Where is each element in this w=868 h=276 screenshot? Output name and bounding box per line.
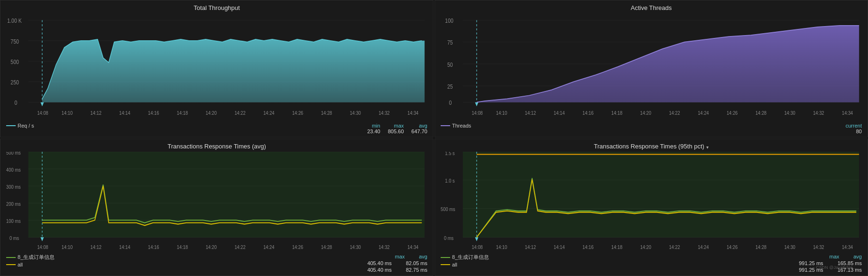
panel-title-active-threads: Active Threads — [441, 4, 862, 11]
svg-text:14:24: 14:24 — [698, 110, 709, 116]
svg-text:250: 250 — [10, 79, 19, 86]
svg-text:14:22: 14:22 — [669, 110, 680, 116]
svg-marker-92 — [475, 237, 478, 241]
stat-current-val: 80 — [856, 129, 862, 134]
svg-text:14:08: 14:08 — [471, 245, 483, 250]
svg-text:14:14: 14:14 — [119, 110, 130, 116]
svg-text:400 ms: 400 ms — [6, 167, 21, 173]
svg-text:14:08: 14:08 — [37, 245, 48, 250]
stat-all-avg: 82.75 ms — [406, 267, 427, 273]
svg-text:14:12: 14:12 — [91, 245, 102, 250]
legend-threads: Threads — [441, 123, 471, 129]
panel-title-resp-95: Transactions Response Times (95th pct) — [594, 143, 704, 150]
svg-text:14:20: 14:20 — [206, 110, 217, 116]
legend-item-order: 8_生成订单信息 — [6, 254, 55, 261]
svg-text:0 ms: 0 ms — [9, 235, 19, 241]
svg-text:500 ms: 500 ms — [441, 206, 455, 212]
svg-text:0: 0 — [449, 99, 452, 106]
svg-text:14:30: 14:30 — [784, 110, 795, 116]
stat-max-label: max — [394, 123, 404, 129]
svg-text:14:18: 14:18 — [611, 245, 623, 250]
svg-text:14:22: 14:22 — [234, 245, 246, 250]
svg-rect-81 — [463, 152, 859, 237]
svg-marker-66 — [40, 237, 44, 241]
svg-text:75: 75 — [447, 39, 453, 46]
stat-max-val: 805.60 — [388, 129, 404, 134]
svg-text:14:10: 14:10 — [496, 245, 508, 250]
svg-text:14:26: 14:26 — [292, 110, 304, 116]
svg-text:14:28: 14:28 — [321, 110, 332, 116]
panel-footer-throughput: Req / s min 23.40 max 805.60 avg 647.70 — [6, 123, 427, 134]
svg-marker-37 — [475, 102, 478, 107]
legend-label-order-95: 8_生成订单信息 — [452, 254, 489, 261]
panel-resp-avg: Transactions Response Times (avg) 500 ms… — [0, 138, 434, 276]
svg-text:1.5 s: 1.5 s — [445, 152, 454, 156]
chart-resp-95: 1.5 s 1.0 s 500 ms 0 ms 14:08 14:10 14:1… — [441, 152, 862, 254]
legend-label-all: all — [18, 262, 23, 267]
stat-avg-val: 647.70 — [411, 129, 427, 134]
svg-text:100: 100 — [445, 17, 453, 24]
svg-text:1.0 s: 1.0 s — [445, 178, 454, 184]
svg-text:14:34: 14:34 — [407, 110, 419, 116]
stats-resp-avg: max avg 405.40 ms 82.05 ms 405.40 ms 82.… — [367, 254, 427, 273]
svg-text:14:28: 14:28 — [756, 245, 767, 250]
panel-title-row-resp-95: Transactions Response Times (95th pct) ▾ — [441, 143, 862, 152]
svg-text:14:18: 14:18 — [177, 245, 188, 250]
chart-total-throughput: 1.00 K 750 500 250 0 1 — [6, 13, 427, 123]
stat-avg-header: avg — [419, 254, 427, 259]
svg-text:14:22: 14:22 — [234, 110, 246, 116]
legend-line-all — [6, 264, 16, 265]
svg-text:14:14: 14:14 — [554, 245, 565, 250]
legend-item-all: all — [6, 262, 55, 267]
chart-resp-avg: 500 ms 400 ms 300 ms 200 ms 100 ms 0 ms … — [6, 152, 427, 254]
svg-text:14:12: 14:12 — [91, 110, 102, 116]
svg-text:14:34: 14:34 — [842, 245, 853, 250]
stat-header-row: max avg — [395, 254, 427, 259]
svg-text:14:30: 14:30 — [350, 245, 361, 250]
panel-title-resp-avg: Transactions Response Times (avg) — [6, 143, 427, 150]
svg-text:14:30: 14:30 — [784, 245, 795, 250]
svg-text:14:16: 14:16 — [582, 245, 594, 250]
dashboard: Total Throughput 1.00 K 750 500 250 0 — [0, 0, 868, 276]
stat-current: current 80 — [846, 123, 862, 134]
legend-line-all-95 — [441, 264, 450, 265]
svg-text:14:24: 14:24 — [263, 245, 275, 250]
stat-max-header: max — [395, 254, 405, 259]
stat-current-label: current — [846, 123, 862, 129]
legend-label-order: 8_生成订单信息 — [18, 254, 55, 261]
svg-text:14:18: 14:18 — [611, 110, 623, 116]
stat-min-val: 23.40 — [367, 129, 380, 134]
legend-resp-avg: 8_生成订单信息 all — [6, 254, 55, 267]
legend-label-all-95: all — [452, 262, 457, 267]
legend-line-order-95 — [441, 257, 450, 258]
svg-text:14:20: 14:20 — [206, 245, 217, 250]
svg-text:14:16: 14:16 — [148, 110, 159, 116]
legend-line-threads — [441, 125, 450, 126]
legend-item-all-95: all — [441, 262, 489, 267]
svg-text:14:10: 14:10 — [62, 110, 73, 116]
svg-rect-52 — [28, 152, 425, 237]
svg-text:14:08: 14:08 — [37, 110, 48, 116]
svg-text:14:28: 14:28 — [321, 245, 332, 250]
panel-active-threads: Active Threads 100 75 50 25 0 — [434, 0, 868, 138]
chart-svg-threads: 100 75 50 25 0 14:08 14 — [441, 13, 862, 123]
svg-text:14:18: 14:18 — [177, 110, 188, 116]
svg-text:14:24: 14:24 — [698, 245, 709, 250]
svg-text:200 ms: 200 ms — [6, 201, 21, 207]
svg-text:14:16: 14:16 — [148, 245, 159, 250]
stat-min-label: min — [372, 123, 380, 129]
svg-text:0: 0 — [15, 99, 18, 106]
svg-text:750: 750 — [10, 37, 19, 45]
dropdown-icon[interactable]: ▾ — [706, 145, 709, 150]
svg-text:14:32: 14:32 — [813, 110, 824, 116]
panel-footer-resp-95: 8_生成订单信息 all max avg 991.25 ms 165.85 ms… — [441, 254, 862, 273]
chart-svg-resp-95: 1.5 s 1.0 s 500 ms 0 ms 14:08 14:10 14:1… — [441, 152, 862, 254]
stat-max-header-95: max — [829, 254, 839, 259]
svg-text:500: 500 — [10, 58, 19, 65]
svg-text:14:20: 14:20 — [640, 110, 652, 116]
legend-resp-95: 8_生成订单信息 all — [441, 254, 489, 267]
svg-text:14:26: 14:26 — [727, 110, 738, 116]
watermark: CSDN @JavaEdge... — [816, 265, 856, 270]
svg-text:14:12: 14:12 — [525, 245, 536, 250]
stat-max: max 805.60 — [388, 123, 404, 134]
